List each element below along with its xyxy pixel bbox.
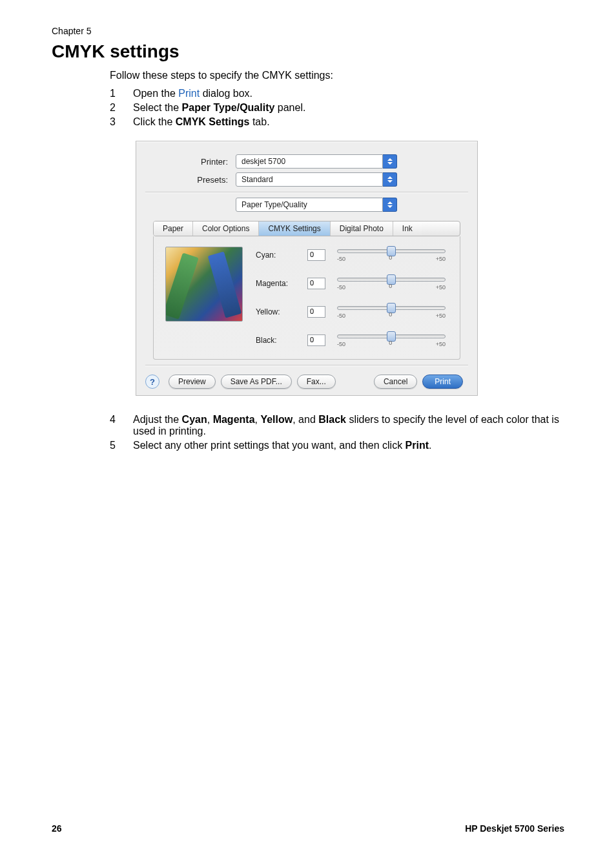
steps-top: 1 Open the Print dialog box. 2 Select th… [110,88,564,128]
section-select[interactable]: Paper Type/Quality [236,198,397,212]
preview-button[interactable]: Preview [169,375,216,389]
step-number: 2 [110,102,133,114]
step-text: Select any other print settings that you… [133,440,564,451]
printer-label: Printer: [145,157,236,167]
updown-icon [383,154,397,169]
step-text: Click the CMYK Settings tab. [133,116,564,128]
updown-icon [383,172,397,187]
black-label: Black: [256,336,302,345]
model-label: HP Deskjet 5700 Series [465,823,564,834]
presets-value: Standard [236,172,383,187]
black-slider[interactable]: -500+50 [334,332,448,349]
tab-body: Cyan: 0 -500+50 Magenta: 0 -500+50 [153,236,460,360]
printer-value: deskjet 5700 [236,154,383,169]
presets-label: Presets: [145,175,236,185]
step-text: Open the Print dialog box. [133,88,564,99]
tab-paper[interactable]: Paper [154,221,193,236]
black-value[interactable]: 0 [307,334,325,346]
divider [145,192,468,192]
step-text: Select the Paper Type/Quality panel. [133,102,564,114]
intro-text: Follow these steps to specify the CMYK s… [110,70,564,81]
tab-color-options[interactable]: Color Options [193,221,259,236]
print-link[interactable]: Print [178,88,200,99]
help-icon[interactable]: ? [145,375,159,389]
tab-cmyk-settings[interactable]: CMYK Settings [259,221,330,236]
presets-select[interactable]: Standard [236,172,397,187]
cyan-slider[interactable]: -500+50 [334,247,448,263]
page-title: CMYK settings [52,41,564,62]
step-4: 4 Adjust the Cyan, Magenta, Yellow, and … [110,414,564,437]
divider [145,365,468,365]
step-number: 3 [110,116,133,128]
step-3: 3 Click the CMYK Settings tab. [110,116,564,128]
step-number: 4 [110,414,133,437]
step-number: 1 [110,88,133,99]
yellow-label: Yellow: [256,307,302,316]
magenta-label: Magenta: [256,279,302,288]
step-text: Adjust the Cyan, Magenta, Yellow, and Bl… [133,414,564,437]
preview-thumbnail [165,247,243,322]
steps-bottom: 4 Adjust the Cyan, Magenta, Yellow, and … [110,414,564,451]
tab-ink[interactable]: Ink [393,221,422,236]
cmyk-sliders: Cyan: 0 -500+50 Magenta: 0 -500+50 [256,247,448,349]
step-1: 1 Open the Print dialog box. [110,88,564,99]
page-number: 26 [52,823,62,834]
cancel-button[interactable]: Cancel [374,375,417,389]
section-value: Paper Type/Quality [236,198,383,212]
cyan-value[interactable]: 0 [307,249,325,261]
updown-icon [383,198,397,212]
printer-select[interactable]: deskjet 5700 [236,154,397,169]
tab-digital-photo[interactable]: Digital Photo [331,221,393,236]
page-footer: 26 HP Deskjet 5700 Series [52,823,564,834]
step-5: 5 Select any other print settings that y… [110,440,564,451]
yellow-value[interactable]: 0 [307,306,325,318]
print-button[interactable]: Print [422,375,463,389]
yellow-slider[interactable]: -500+50 [334,303,448,320]
step-number: 5 [110,440,133,451]
save-as-pdf-button[interactable]: Save As PDF... [221,375,292,389]
fax-button[interactable]: Fax... [297,375,336,389]
print-dialog: Printer: deskjet 5700 Presets: Standard … [136,141,478,396]
chapter-label: Chapter 5 [52,26,564,36]
cyan-label: Cyan: [256,251,302,260]
step-2: 2 Select the Paper Type/Quality panel. [110,102,564,114]
magenta-value[interactable]: 0 [307,278,325,289]
magenta-slider[interactable]: -500+50 [334,275,448,292]
tab-bar: Paper Color Options CMYK Settings Digita… [153,221,460,236]
